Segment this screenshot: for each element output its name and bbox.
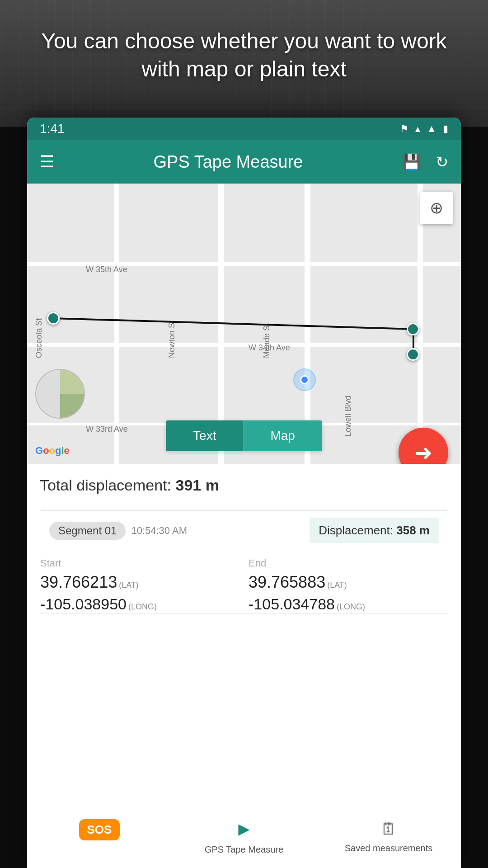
label-osceola: Osceola St [34,268,44,358]
nav-item-sos[interactable]: SOS [27,812,172,862]
app-bar: ☰ GPS Tape Measure 💾 ↻ [27,140,461,184]
signal-icon: ▲ [427,123,436,135]
location-pin-icon: ⚑ [400,123,409,135]
google-o2: o [49,445,55,456]
end-long-value: -105.034788 (LONG) [249,595,448,613]
label-w35th: W 35th Ave [86,265,127,274]
start-long-unit: (LONG) [128,602,157,612]
end-lat-unit: (LAT) [327,580,347,590]
segment-badge: Segment 01 [49,522,126,540]
nav-item-saved[interactable]: 🗓 Saved measurements [316,812,461,861]
total-value: 391 m [176,476,219,494]
status-bar: 1:41 ⚑ ▴ ▲ ▮ [27,118,461,140]
save-icon[interactable]: 💾 [402,153,421,171]
displacement-label: Displacement: [319,524,393,537]
google-e: e [64,445,70,456]
calendar-icon: 🗓 [380,820,397,839]
google-o1: o [43,445,49,456]
map-thumb-inner [36,370,84,418]
view-toggle: Text Map [166,420,322,451]
map-marker-2[interactable] [407,323,419,335]
segment-time: 10:54:30 AM [131,525,187,537]
text-toggle-button[interactable]: Text [166,420,243,451]
menu-icon[interactable]: ☰ [40,152,54,171]
arrow-right-icon: ➜ [414,440,432,464]
end-label: End [249,557,448,569]
end-long-unit: (LONG) [337,602,365,612]
google-g: G [35,445,43,456]
gps-dot-inner [300,375,309,384]
bottom-nav: SOS ► GPS Tape Measure 🗓 Saved measureme… [27,805,461,868]
map-toggle-button[interactable]: Map [243,420,322,451]
sos-badge: SOS [79,819,120,840]
nav-gps-label: GPS Tape Measure [205,844,283,855]
segment-displacement-badge: Displacement: 358 m [310,518,439,543]
end-coords: End 39.765883 (LAT) -105.034788 (LONG) [249,557,448,613]
google-g2: g [55,445,61,456]
segment-header: Segment 01 10:54:30 AM Displacement: 358… [40,511,448,550]
google-label: Google [35,445,70,457]
start-long-value: -105.038950 (LONG) [40,595,239,613]
start-lat-unit: (LAT) [119,580,139,590]
segment-card: Segment 01 10:54:30 AM Displacement: 358… [40,510,448,613]
status-time: 1:41 [40,122,65,136]
map-thumbnail[interactable] [35,369,85,419]
location-button[interactable]: ⊕ [420,192,453,224]
wifi-icon: ▴ [415,123,420,135]
label-w33rd: W 33rd Ave [86,425,128,434]
start-coords: Start 39.766213 (LAT) -105.038950 (LONG) [40,557,239,613]
map-area[interactable]: W 35th Ave W 34th Ave W 33rd Ave Osceola… [27,184,461,464]
displacement-value: 358 m [396,524,430,537]
nav-arrow-icon: ► [235,818,253,840]
nav-item-gps[interactable]: ► GPS Tape Measure [172,811,316,862]
map-marker-3[interactable] [407,348,419,361]
app-title: GPS Tape Measure [69,152,388,172]
label-newton: Newton St [167,268,177,358]
refresh-icon[interactable]: ↻ [436,153,448,171]
status-icons: ⚑ ▴ ▲ ▮ [400,123,448,135]
segment-label: Segment 01 10:54:30 AM [49,522,187,540]
start-lat-number: 39.766213 [40,573,117,592]
battery-icon: ▮ [443,123,448,135]
total-label: Total displacement: [40,476,171,494]
content-area: Total displacement: 391 m Segment 01 10:… [27,464,461,613]
end-lat-value: 39.765883 (LAT) [249,573,448,592]
coords-row: Start 39.766213 (LAT) -105.038950 (LONG)… [40,550,448,613]
end-long-number: -105.034788 [249,595,335,613]
hero-text: You can choose whether you want to work … [0,27,488,84]
total-displacement: Total displacement: 391 m [40,476,448,498]
nav-sos-label [98,845,100,854]
nav-saved-label: Saved measurements [345,843,433,854]
end-lat-number: 39.765883 [249,573,325,592]
phone-container: 1:41 ⚑ ▴ ▲ ▮ ☰ GPS Tape Measure 💾 ↻ [27,118,461,868]
label-lowell: Lowell Blvd [343,346,353,437]
map-marker-1[interactable] [47,312,60,325]
start-label: Start [40,557,239,569]
label-meade: Meade St [262,268,272,358]
start-lat-value: 39.766213 (LAT) [40,573,239,592]
start-long-number: -105.038950 [40,595,127,613]
crosshair-icon: ⊕ [430,198,443,217]
